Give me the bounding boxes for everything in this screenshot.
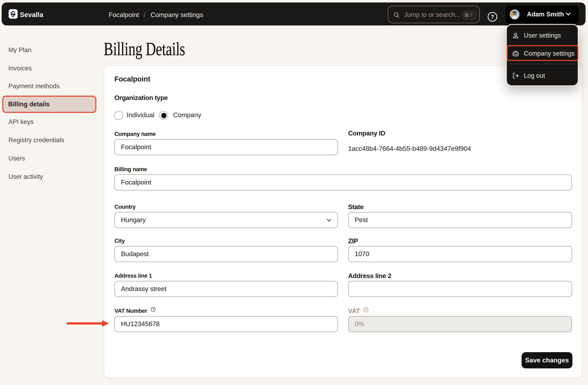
svg-text:?: ?: [365, 308, 367, 312]
svg-text:?: ?: [152, 308, 154, 311]
svg-text:?: ?: [491, 14, 494, 20]
